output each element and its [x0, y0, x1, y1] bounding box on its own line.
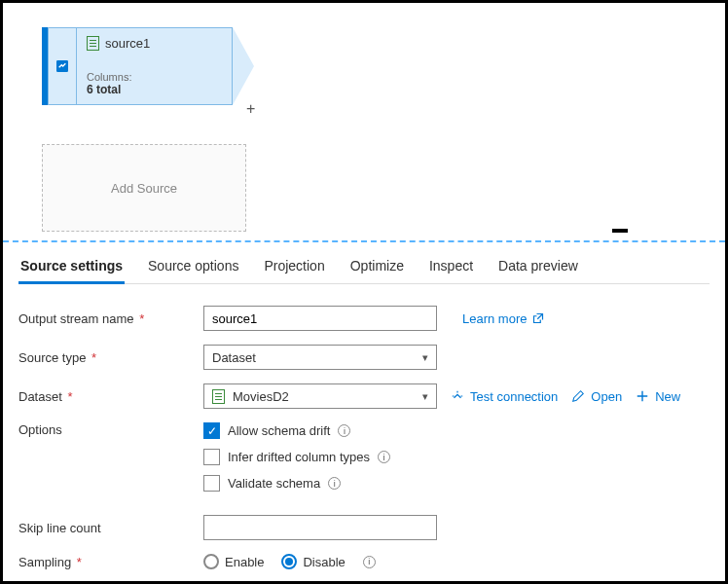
panel-collapse-handle[interactable] [612, 229, 628, 233]
dataset-file-icon [87, 36, 99, 51]
tab-source-options[interactable]: Source options [146, 252, 240, 283]
tab-optimize[interactable]: Optimize [348, 252, 406, 283]
chevron-down-icon: ▾ [422, 390, 428, 403]
add-step-button[interactable]: + [246, 100, 255, 118]
options-label: Options [18, 422, 203, 437]
checkbox-unchecked-icon[interactable] [203, 449, 220, 465]
skip-line-label: Skip line count [18, 521, 203, 535]
checkbox-checked-icon[interactable]: ✓ [203, 422, 220, 439]
node-handle[interactable] [48, 27, 77, 105]
new-button[interactable]: New [636, 389, 680, 404]
flow-canvas[interactable]: source1 Columns: 6 total + Add Source [3, 3, 725, 240]
dataset-file-icon [212, 389, 225, 404]
source-type-select[interactable]: Dataset ▾ [203, 345, 437, 370]
pencil-icon [571, 389, 585, 403]
radio-selected-icon [281, 554, 297, 569]
app-frame: source1 Columns: 6 total + Add Source So… [0, 0, 728, 584]
sampling-enable-radio[interactable]: Enable [203, 554, 264, 569]
sampling-disable-radio[interactable]: Disable [281, 554, 345, 569]
info-icon[interactable]: i [338, 424, 350, 437]
settings-panel: Source settings Source options Projectio… [3, 242, 725, 581]
tab-source-settings[interactable]: Source settings [18, 252, 125, 284]
skip-line-input[interactable] [203, 515, 437, 540]
option-allow-schema-drift[interactable]: ✓ Allow schema drift i [203, 422, 390, 439]
node-arrow [233, 27, 254, 105]
form: Output stream name * Learn more Source t… [18, 306, 710, 569]
option-label: Infer drifted column types [228, 450, 370, 464]
node-title: source1 [105, 36, 150, 51]
info-icon[interactable]: i [363, 556, 376, 568]
source-type-value: Dataset [212, 350, 256, 365]
option-infer-drifted-types[interactable]: Infer drifted column types i [203, 449, 390, 465]
test-connection-icon [451, 389, 464, 403]
add-source-label: Add Source [111, 181, 177, 196]
node-columns-value: 6 total [87, 83, 222, 96]
dataflow-icon [55, 58, 70, 74]
option-label: Validate schema [228, 476, 320, 491]
chevron-down-icon: ▾ [422, 351, 428, 364]
dataset-label: Dataset * [18, 389, 203, 404]
tab-projection[interactable]: Projection [262, 252, 326, 283]
tabs: Source settings Source options Projectio… [18, 252, 710, 284]
dataset-value: MoviesD2 [233, 389, 289, 404]
output-stream-input[interactable] [203, 306, 437, 331]
tab-inspect[interactable]: Inspect [427, 252, 475, 283]
info-icon[interactable]: i [378, 451, 390, 463]
add-source-button[interactable]: Add Source [42, 144, 246, 232]
open-button[interactable]: Open [571, 389, 622, 404]
node-body[interactable]: source1 Columns: 6 total [77, 27, 233, 105]
dataset-actions: Test connection Open New [451, 389, 680, 404]
option-label: Allow schema drift [228, 423, 330, 438]
radio-unselected-icon [203, 554, 219, 569]
option-validate-schema[interactable]: Validate schema i [203, 475, 390, 492]
node-columns-label: Columns: [87, 71, 222, 83]
test-connection-button[interactable]: Test connection [451, 389, 558, 404]
tab-data-preview[interactable]: Data preview [496, 252, 580, 283]
source-type-label: Source type * [18, 350, 203, 365]
checkbox-unchecked-icon[interactable] [203, 475, 220, 492]
dataset-select[interactable]: MoviesD2 ▾ [203, 383, 437, 409]
learn-more-link[interactable]: Learn more [462, 311, 544, 326]
external-link-icon [532, 312, 544, 324]
source-node[interactable]: source1 Columns: 6 total [42, 27, 254, 105]
plus-icon [636, 389, 649, 403]
info-icon[interactable]: i [328, 477, 341, 490]
output-stream-label: Output stream name * [18, 311, 203, 326]
sampling-label: Sampling * [18, 555, 203, 569]
